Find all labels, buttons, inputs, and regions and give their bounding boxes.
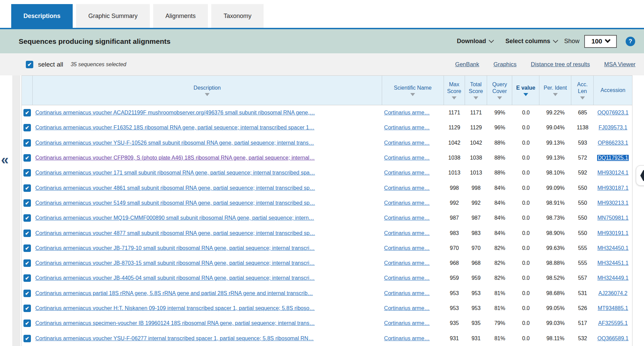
select-all-label[interactable]: select all <box>38 61 63 68</box>
help-icon[interactable]: ? <box>626 37 635 46</box>
row-checkbox[interactable]: ✔ <box>23 184 31 192</box>
description-link[interactable]: Cortinarius armeniacus voucher ACAD21199… <box>35 110 315 115</box>
link-genbank[interactable]: GenBank <box>455 61 479 68</box>
accession-link[interactable]: MH930187.1 <box>597 185 629 191</box>
download-menu[interactable]: Download <box>457 38 493 45</box>
scientific-name-link[interactable]: Cortinarius arme… <box>384 260 430 266</box>
tab-alignments[interactable]: Alignments <box>153 4 208 28</box>
table-row: ✔ Cortinarius armeniacus voucher H:T. Ni… <box>22 301 632 316</box>
scientific-name-link[interactable]: Cortinarius arme… <box>384 155 430 161</box>
feedback-widget[interactable] <box>636 165 644 186</box>
accession-link[interactable]: MH930191.1 <box>597 230 629 236</box>
description-link[interactable]: Cortinarius armeniacus voucher JB-7179-1… <box>35 245 315 251</box>
scientific-name-link[interactable]: Cortinarius arme… <box>384 215 430 221</box>
tab-graphic-summary[interactable]: Graphic Summary <box>76 4 150 28</box>
scientific-name-link[interactable]: Cortinarius arme… <box>384 110 430 115</box>
column-header-description[interactable]: Description <box>33 76 382 105</box>
column-header-acc-len[interactable]: Acc. Len <box>571 76 594 105</box>
row-checkbox[interactable]: ✔ <box>23 169 31 177</box>
accession-link[interactable]: MN750981.1 <box>597 215 629 221</box>
column-header-e-value[interactable]: E value <box>512 76 539 105</box>
accession-link[interactable]: OQ366589.1 <box>597 335 629 341</box>
column-label: E value <box>516 85 535 91</box>
max-score-value: 953 <box>444 290 465 296</box>
accession-link[interactable]: DQ117925.1 <box>597 155 629 161</box>
scientific-name-link[interactable]: Cortinarius arme… <box>384 290 430 296</box>
per-ident-value: 99.03% <box>539 320 571 326</box>
column-header-accession[interactable]: Accession <box>594 76 632 105</box>
select-all-checkbox[interactable]: ✔ <box>26 61 33 68</box>
accession-link[interactable]: MH324449.1 <box>597 275 629 281</box>
row-checkbox[interactable]: ✔ <box>23 139 31 147</box>
row-checkbox[interactable]: ✔ <box>23 109 31 116</box>
column-header-query-cover[interactable]: Query Cover <box>487 76 512 105</box>
scientific-name-link[interactable]: Cortinarius arme… <box>384 320 430 326</box>
accession-link[interactable]: MH324451.1 <box>597 260 629 266</box>
accession-link[interactable]: AJ236074.2 <box>598 290 627 296</box>
scientific-name-link[interactable]: Cortinarius arme… <box>384 170 430 176</box>
link-msa-viewer[interactable]: MSA Viewer <box>604 61 636 68</box>
description-link[interactable]: Cortinarius armeniacus voucher YSU-F-062… <box>35 335 314 341</box>
description-link[interactable]: Cortinarius armeniacus voucher F16352 18… <box>35 125 315 130</box>
per-ident-value: 98.52% <box>539 275 571 281</box>
column-header-total-score[interactable]: Total Score <box>465 76 487 105</box>
row-checkbox[interactable]: ✔ <box>23 335 31 342</box>
total-score-value: 1038 <box>465 155 487 161</box>
row-checkbox[interactable]: ✔ <box>23 199 31 207</box>
accession-link[interactable]: MT934885.1 <box>598 305 628 311</box>
accession-link[interactable]: MH930124.1 <box>597 170 629 176</box>
description-link[interactable]: Cortinarius armeniacus voucher CFP809, S… <box>35 155 315 161</box>
description-link[interactable]: Cortinarius armeniacus specimen-voucher … <box>35 320 315 326</box>
collapsed-filter-panel[interactable] <box>12 75 20 346</box>
collapse-panel-icon[interactable]: « <box>1 153 8 166</box>
description-link[interactable]: Cortinarius armeniacus voucher JB-8703-1… <box>35 260 315 266</box>
description-link[interactable]: Cortinarius armeniacus voucher 5149 smal… <box>35 200 315 206</box>
row-checkbox[interactable]: ✔ <box>23 124 31 131</box>
scientific-name-link[interactable]: Cortinarius arme… <box>384 305 430 311</box>
row-checkbox[interactable]: ✔ <box>23 154 31 162</box>
description-link[interactable]: Cortinarius armeniacus voucher 4877 smal… <box>35 230 315 236</box>
link-distance-tree-of-results[interactable]: Distance tree of results <box>531 61 590 68</box>
accession-link[interactable]: FJ039573.1 <box>598 125 627 130</box>
row-checkbox[interactable]: ✔ <box>23 305 31 312</box>
description-link[interactable]: Cortinarius armeniacus partial 18S rRNA … <box>35 290 313 296</box>
select-columns-menu[interactable]: Select columns <box>505 38 557 45</box>
scientific-name-link[interactable]: Cortinarius arme… <box>384 125 430 130</box>
query-cover-value: 81% <box>487 305 512 311</box>
scientific-name-link[interactable]: Cortinarius arme… <box>384 335 430 341</box>
show-count-select[interactable]: 100 <box>584 35 617 48</box>
row-checkbox[interactable]: ✔ <box>23 230 31 237</box>
scientific-name-link[interactable]: Cortinarius arme… <box>384 275 430 281</box>
row-checkbox[interactable]: ✔ <box>23 214 31 222</box>
column-header-scientific-name[interactable]: Scientific Name <box>382 76 444 105</box>
row-checkbox[interactable]: ✔ <box>23 259 31 267</box>
description-link[interactable]: Cortinarius armeniacus voucher YSU-F-105… <box>35 140 314 146</box>
description-link[interactable]: Cortinarius armeniacus voucher MQ19-CMMF… <box>35 215 314 221</box>
tab-descriptions[interactable]: Descriptions <box>11 4 73 28</box>
scientific-name-link[interactable]: Cortinarius arme… <box>384 185 430 191</box>
link-graphics[interactable]: Graphics <box>494 61 517 68</box>
accession-link[interactable]: AF325595.1 <box>598 320 628 326</box>
row-checkbox[interactable]: ✔ <box>23 290 31 297</box>
column-header-max-score[interactable]: Max Score <box>444 76 465 105</box>
accession-link[interactable]: MH324450.1 <box>597 245 629 251</box>
description-link[interactable]: Cortinarius armeniacus voucher 171 small… <box>35 170 315 176</box>
max-score-value: 935 <box>444 320 465 326</box>
scientific-name-link[interactable]: Cortinarius arme… <box>384 200 430 206</box>
column-header-per-ident[interactable]: Per. Ident <box>539 76 571 105</box>
scientific-name-link[interactable]: Cortinarius arme… <box>384 230 430 236</box>
accession-link[interactable]: OQ076923.1 <box>597 110 629 115</box>
row-checkbox[interactable]: ✔ <box>23 320 31 327</box>
row-checkbox[interactable]: ✔ <box>23 274 31 282</box>
scientific-name-link[interactable]: Cortinarius arme… <box>384 140 430 146</box>
row-checkbox[interactable]: ✔ <box>23 244 31 252</box>
max-score-value: 953 <box>444 305 465 311</box>
per-ident-value: 98.11% <box>539 335 571 342</box>
accession-link[interactable]: OP866233.1 <box>598 140 628 146</box>
description-link[interactable]: Cortinarius armeniacus voucher JB-4405-0… <box>35 275 315 281</box>
tab-taxonomy[interactable]: Taxonomy <box>211 4 264 28</box>
description-link[interactable]: Cortinarius armeniacus voucher 4861 smal… <box>35 185 315 191</box>
description-link[interactable]: Cortinarius armeniacus voucher H:T. Nisk… <box>35 305 315 311</box>
accession-link[interactable]: MH930213.1 <box>597 200 629 206</box>
scientific-name-link[interactable]: Cortinarius arme… <box>384 245 430 251</box>
